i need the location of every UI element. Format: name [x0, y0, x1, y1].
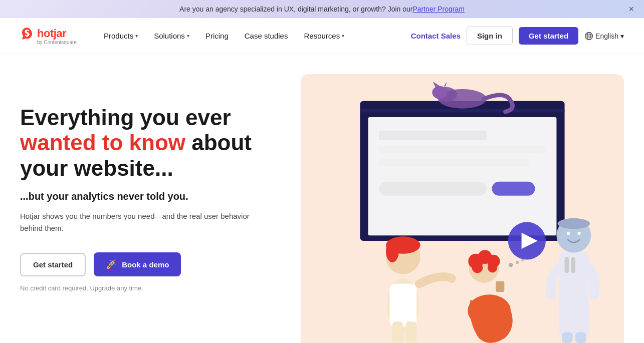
nav-links: Products ▾ Solutions ▾ Pricing Case stud…	[97, 28, 411, 44]
hero-book-demo-button[interactable]: 🚀 Book a demo	[94, 252, 181, 276]
svg-point-47	[577, 232, 580, 235]
hotjar-logo-icon	[20, 27, 34, 41]
svg-rect-10	[379, 146, 546, 153]
navbar: hotjar by Contentsquare Products ▾ Solut…	[0, 18, 644, 54]
contact-sales-link[interactable]: Contact Sales	[411, 32, 461, 40]
hero-illustration	[301, 74, 624, 343]
svg-rect-13	[492, 182, 535, 196]
svg-rect-43	[571, 257, 575, 273]
svg-point-41	[558, 218, 590, 229]
hero-subtitle: ...but your analytics never told you.	[20, 191, 281, 202]
svg-rect-11	[379, 159, 530, 166]
chevron-down-icon: ▾	[135, 33, 138, 39]
nav-right: Contact Sales Sign in Get started Englis…	[411, 27, 624, 45]
svg-point-34	[509, 263, 513, 267]
svg-point-16	[432, 86, 447, 99]
hero-svg-illustration	[301, 74, 624, 343]
top-banner: Are you an agency specialized in UX, dig…	[0, 0, 644, 18]
nav-item-solutions[interactable]: Solutions ▾	[147, 28, 196, 44]
svg-point-23	[386, 241, 399, 262]
language-label: English	[595, 32, 618, 40]
banner-text: Are you an agency specialized in UX, dig…	[179, 5, 412, 13]
svg-rect-42	[565, 257, 569, 273]
svg-rect-24	[392, 321, 403, 343]
nav-item-pricing[interactable]: Pricing	[198, 28, 236, 44]
hero-title: Everything you ever wanted to know about…	[20, 105, 281, 181]
svg-point-32	[488, 263, 497, 272]
svg-rect-12	[379, 182, 487, 196]
svg-point-31	[472, 262, 483, 273]
chevron-down-icon: ▾	[187, 33, 189, 39]
svg-rect-7	[360, 109, 564, 112]
language-selector[interactable]: English ▾	[584, 32, 624, 41]
banner-close-button[interactable]: ×	[628, 5, 634, 14]
sign-in-button[interactable]: Sign in	[467, 27, 513, 45]
hero-buttons: Get started 🚀 Book a demo	[20, 252, 281, 276]
hero-note: No credit card required. Upgrade any tim…	[20, 284, 281, 292]
chevron-down-icon: ▾	[620, 32, 624, 40]
hero-left: Everything you ever wanted to know about…	[20, 74, 281, 343]
svg-point-35	[516, 261, 519, 264]
logo-link[interactable]: hotjar by Contentsquare	[20, 27, 77, 45]
svg-rect-9	[379, 131, 487, 140]
hero-section: Everything you ever wanted to know about…	[0, 54, 644, 343]
logo: hotjar	[20, 27, 77, 41]
hero-title-line1: Everything you ever	[20, 105, 231, 130]
rocket-icon: 🚀	[106, 259, 117, 270]
logo-text: hotjar	[37, 27, 66, 40]
hero-description: Hotjar shows you the numbers you need—an…	[20, 210, 251, 234]
hero-get-started-button[interactable]: Get started	[20, 253, 86, 276]
nav-item-products[interactable]: Products ▾	[97, 28, 145, 44]
svg-rect-25	[406, 321, 416, 343]
chevron-down-icon: ▾	[342, 33, 344, 39]
svg-rect-45	[575, 332, 586, 343]
logo-sub: by Contentsquare	[37, 40, 77, 45]
globe-icon	[584, 32, 593, 41]
nav-item-resources[interactable]: Resources ▾	[297, 28, 351, 44]
svg-rect-33	[496, 281, 504, 291]
svg-rect-20	[390, 284, 417, 327]
partner-program-link[interactable]: Partner Program	[412, 5, 464, 13]
nav-item-case-studies[interactable]: Case studies	[238, 28, 295, 44]
hero-title-highlight: wanted to know	[20, 130, 185, 155]
svg-rect-44	[562, 332, 572, 343]
svg-point-46	[567, 232, 570, 235]
get-started-nav-button[interactable]: Get started	[519, 27, 578, 45]
